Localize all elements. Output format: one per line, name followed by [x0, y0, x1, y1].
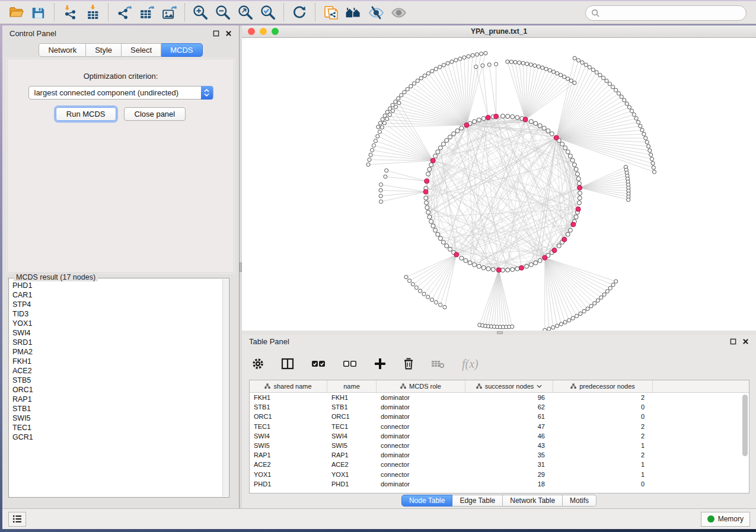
graph-node[interactable] [481, 265, 486, 270]
add-column-icon[interactable] [374, 357, 387, 370]
function-builder-icon[interactable]: f(x) [462, 357, 479, 371]
cell[interactable]: PHD1 [250, 479, 327, 489]
graph-node[interactable] [473, 120, 477, 124]
mcds-result-item[interactable]: YOX1 [12, 319, 222, 328]
mcds-hub-node[interactable] [554, 135, 559, 140]
mcds-result-item[interactable]: TEC1 [12, 423, 222, 432]
graph-node[interactable] [557, 243, 561, 248]
network-canvas[interactable] [242, 38, 756, 331]
cell[interactable]: dominator [377, 479, 465, 489]
mcds-hub-node[interactable] [571, 222, 576, 227]
graph-node[interactable] [538, 258, 542, 262]
toggle-panels-icon[interactable] [280, 357, 295, 370]
graph-node[interactable] [445, 139, 449, 143]
mcds-hub-node[interactable] [562, 237, 567, 242]
table-row[interactable]: YOX1YOX1connector291 [250, 470, 749, 479]
task-history-button[interactable] [8, 512, 26, 527]
mcds-hub-node[interactable] [494, 114, 499, 118]
cell[interactable]: ACE2 [250, 460, 327, 469]
cell[interactable]: 2 [553, 431, 653, 441]
cell[interactable]: 35 [465, 450, 553, 460]
cell[interactable]: SWI5 [327, 441, 377, 450]
export-network-icon[interactable] [113, 2, 135, 23]
cell[interactable]: 0 [553, 479, 653, 489]
save-session-icon[interactable] [27, 2, 50, 23]
table-row[interactable]: PHD1PHD1dominator180 [250, 479, 749, 489]
mcds-hub-node[interactable] [454, 252, 459, 257]
network-graph[interactable] [242, 38, 756, 331]
graph-node[interactable] [506, 114, 510, 118]
tab-edge-table[interactable]: Edge Table [452, 495, 503, 507]
cell[interactable]: FKH1 [327, 393, 377, 402]
graph-node[interactable] [550, 132, 554, 136]
criterion-select[interactable]: largest connected component (undirected) [28, 86, 213, 100]
import-network-icon[interactable] [59, 2, 81, 23]
cell[interactable]: SWI5 [250, 441, 327, 450]
cell[interactable]: 1 [553, 441, 653, 450]
run-mcds-button[interactable]: Run MCDS [56, 107, 116, 121]
cell[interactable]: 47 [465, 422, 553, 431]
graph-node[interactable] [477, 118, 481, 122]
graph-node[interactable] [506, 268, 510, 272]
graph-node[interactable] [473, 262, 477, 267]
table-row[interactable]: ORC1ORC1dominator610 [250, 412, 749, 421]
mcds-list-scrollbar[interactable] [222, 279, 228, 496]
open-session-icon[interactable] [5, 2, 27, 23]
search-input[interactable] [604, 9, 740, 18]
export-image-icon[interactable] [158, 2, 180, 23]
graph-node[interactable] [436, 232, 440, 236]
mcds-result-item[interactable]: STB1 [12, 404, 222, 414]
column-header-shared-name[interactable]: shared name [250, 380, 327, 392]
graph-node[interactable] [578, 191, 582, 196]
memory-button[interactable]: Memory [701, 512, 750, 527]
mcds-hub-node[interactable] [519, 265, 524, 270]
graph-node[interactable] [433, 228, 438, 232]
cell[interactable]: 43 [465, 441, 553, 450]
graph-node[interactable] [538, 124, 542, 128]
graph-node[interactable] [477, 264, 481, 268]
graph-node[interactable] [529, 262, 533, 267]
tab-network-table[interactable]: Network Table [503, 495, 563, 507]
graph-node[interactable] [575, 172, 579, 176]
table-row[interactable]: SWI4SWI4dominator462 [250, 431, 749, 441]
cell[interactable]: RAP1 [327, 450, 377, 460]
cell[interactable]: 96 [465, 393, 553, 402]
cell[interactable]: 2 [553, 393, 653, 402]
cell[interactable]: PHD1 [327, 479, 377, 489]
mcds-hub-node[interactable] [578, 185, 582, 190]
mcds-result-item[interactable]: FKH1 [12, 357, 222, 366]
mcds-hub-node[interactable] [464, 123, 469, 127]
graph-node[interactable] [428, 215, 432, 219]
cell[interactable]: 31 [465, 460, 553, 469]
mcds-result-item[interactable]: ACE2 [12, 366, 222, 376]
graph-node[interactable] [534, 261, 538, 265]
graph-node[interactable] [481, 117, 486, 121]
graph-node[interactable] [566, 232, 570, 236]
graph-node[interactable] [428, 167, 432, 171]
horizontal-splitter[interactable] [242, 331, 756, 335]
mcds-result-list[interactable]: PHD1CAR1STP4TID3YOX1SWI4SRD1PMA2FKH1ACE2… [12, 281, 222, 496]
graph-node[interactable] [560, 142, 564, 146]
table-settings-icon[interactable] [251, 357, 264, 370]
column-header-successor-nodes[interactable]: successor nodes [465, 380, 553, 392]
graph-node[interactable] [429, 163, 433, 167]
search-box[interactable] [585, 5, 747, 21]
cell[interactable]: connector [377, 460, 465, 469]
cell[interactable]: connector [377, 441, 465, 450]
mcds-hub-node[interactable] [430, 158, 435, 163]
cell[interactable]: YOX1 [250, 470, 327, 479]
cell[interactable]: 2 [553, 422, 653, 431]
cell[interactable]: 1 [553, 460, 653, 469]
window-minimize-icon[interactable] [260, 28, 267, 35]
zoom-out-icon[interactable] [212, 2, 234, 23]
first-neighbors-icon[interactable] [342, 2, 365, 23]
network-window-titlebar[interactable]: YPA_prune.txt_1 [242, 25, 756, 38]
graph-node[interactable] [448, 135, 452, 139]
tab-motifs[interactable]: Motifs [563, 495, 596, 507]
mcds-result-item[interactable]: STP4 [12, 300, 222, 309]
table-scrollbar[interactable] [742, 395, 748, 489]
cell[interactable]: connector [377, 470, 465, 479]
mcds-result-item[interactable]: STB5 [12, 376, 222, 385]
select-all-icon[interactable] [311, 357, 326, 370]
cell[interactable]: dominator [377, 412, 465, 421]
